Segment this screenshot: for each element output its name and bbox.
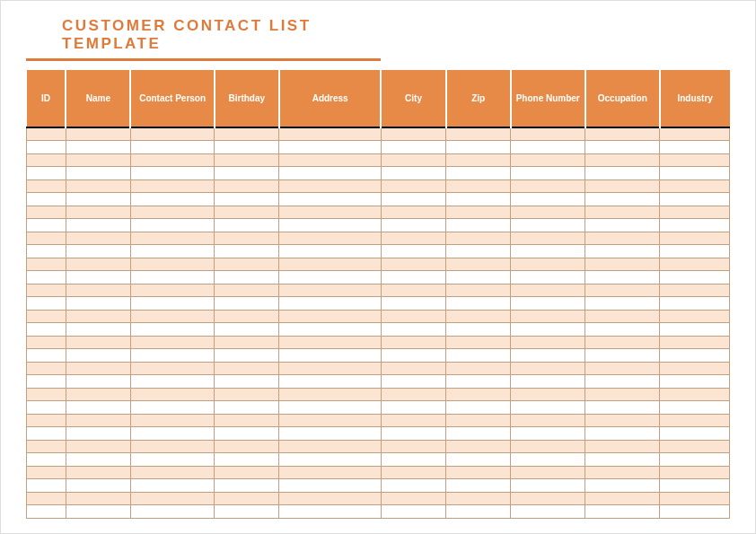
cell-id[interactable] <box>27 375 66 389</box>
cell-occupation[interactable] <box>585 375 660 389</box>
cell-city[interactable] <box>381 466 445 479</box>
cell-phone_number[interactable] <box>511 127 585 141</box>
cell-address[interactable] <box>279 245 382 258</box>
cell-occupation[interactable] <box>585 401 660 415</box>
cell-city[interactable] <box>381 505 445 519</box>
cell-industry[interactable] <box>660 219 730 232</box>
cell-id[interactable] <box>27 336 66 349</box>
cell-birthday[interactable] <box>215 232 279 245</box>
cell-occupation[interactable] <box>585 440 660 453</box>
cell-id[interactable] <box>27 219 66 232</box>
cell-address[interactable] <box>279 310 382 323</box>
cell-birthday[interactable] <box>215 362 279 375</box>
cell-occupation[interactable] <box>585 297 660 311</box>
cell-birthday[interactable] <box>215 219 279 232</box>
cell-birthday[interactable] <box>215 349 279 363</box>
cell-contact_person[interactable] <box>130 206 214 219</box>
cell-contact_person[interactable] <box>130 466 214 479</box>
cell-contact_person[interactable] <box>130 336 214 349</box>
cell-birthday[interactable] <box>215 336 279 349</box>
cell-industry[interactable] <box>660 401 730 415</box>
cell-contact_person[interactable] <box>130 219 214 232</box>
cell-address[interactable] <box>279 232 382 245</box>
cell-address[interactable] <box>279 401 382 415</box>
cell-address[interactable] <box>279 127 382 141</box>
cell-zip[interactable] <box>446 232 511 245</box>
cell-zip[interactable] <box>446 193 511 206</box>
cell-occupation[interactable] <box>585 362 660 375</box>
cell-zip[interactable] <box>446 466 511 479</box>
cell-contact_person[interactable] <box>130 505 214 519</box>
cell-city[interactable] <box>381 479 445 493</box>
cell-address[interactable] <box>279 167 382 180</box>
cell-address[interactable] <box>279 219 382 232</box>
cell-name[interactable] <box>66 310 130 323</box>
cell-id[interactable] <box>27 427 66 441</box>
cell-address[interactable] <box>279 141 382 154</box>
cell-zip[interactable] <box>446 167 511 180</box>
cell-id[interactable] <box>27 492 66 505</box>
cell-zip[interactable] <box>446 414 511 427</box>
cell-industry[interactable] <box>660 505 730 519</box>
cell-city[interactable] <box>381 414 445 427</box>
cell-industry[interactable] <box>660 336 730 349</box>
cell-address[interactable] <box>279 388 382 401</box>
cell-city[interactable] <box>381 206 445 219</box>
cell-id[interactable] <box>27 323 66 337</box>
cell-phone_number[interactable] <box>511 440 585 453</box>
cell-zip[interactable] <box>446 245 511 258</box>
cell-city[interactable] <box>381 258 445 271</box>
cell-birthday[interactable] <box>215 388 279 401</box>
cell-phone_number[interactable] <box>511 362 585 375</box>
cell-zip[interactable] <box>446 141 511 154</box>
cell-address[interactable] <box>279 375 382 389</box>
cell-city[interactable] <box>381 245 445 258</box>
cell-industry[interactable] <box>660 453 730 467</box>
cell-name[interactable] <box>66 258 130 271</box>
cell-zip[interactable] <box>446 375 511 389</box>
cell-birthday[interactable] <box>215 414 279 427</box>
cell-industry[interactable] <box>660 179 730 193</box>
cell-city[interactable] <box>381 492 445 505</box>
cell-address[interactable] <box>279 466 382 479</box>
cell-id[interactable] <box>27 167 66 180</box>
cell-industry[interactable] <box>660 232 730 245</box>
cell-occupation[interactable] <box>585 245 660 258</box>
cell-occupation[interactable] <box>585 271 660 285</box>
cell-address[interactable] <box>279 492 382 505</box>
cell-occupation[interactable] <box>585 427 660 441</box>
cell-occupation[interactable] <box>585 323 660 337</box>
cell-id[interactable] <box>27 141 66 154</box>
cell-phone_number[interactable] <box>511 206 585 219</box>
cell-industry[interactable] <box>660 310 730 323</box>
cell-name[interactable] <box>66 453 130 467</box>
cell-occupation[interactable] <box>585 284 660 297</box>
cell-name[interactable] <box>66 388 130 401</box>
cell-id[interactable] <box>27 206 66 219</box>
cell-city[interactable] <box>381 232 445 245</box>
cell-occupation[interactable] <box>585 206 660 219</box>
cell-name[interactable] <box>66 349 130 363</box>
cell-address[interactable] <box>279 179 382 193</box>
cell-industry[interactable] <box>660 440 730 453</box>
cell-name[interactable] <box>66 401 130 415</box>
cell-industry[interactable] <box>660 258 730 271</box>
cell-industry[interactable] <box>660 349 730 363</box>
cell-contact_person[interactable] <box>130 179 214 193</box>
cell-id[interactable] <box>27 297 66 311</box>
cell-birthday[interactable] <box>215 401 279 415</box>
cell-city[interactable] <box>381 219 445 232</box>
cell-contact_person[interactable] <box>130 271 214 285</box>
cell-id[interactable] <box>27 258 66 271</box>
cell-name[interactable] <box>66 284 130 297</box>
cell-phone_number[interactable] <box>511 479 585 493</box>
cell-occupation[interactable] <box>585 505 660 519</box>
cell-contact_person[interactable] <box>130 167 214 180</box>
cell-zip[interactable] <box>446 206 511 219</box>
cell-contact_person[interactable] <box>130 323 214 337</box>
cell-city[interactable] <box>381 179 445 193</box>
cell-zip[interactable] <box>446 297 511 311</box>
cell-occupation[interactable] <box>585 232 660 245</box>
cell-industry[interactable] <box>660 427 730 441</box>
cell-occupation[interactable] <box>585 466 660 479</box>
